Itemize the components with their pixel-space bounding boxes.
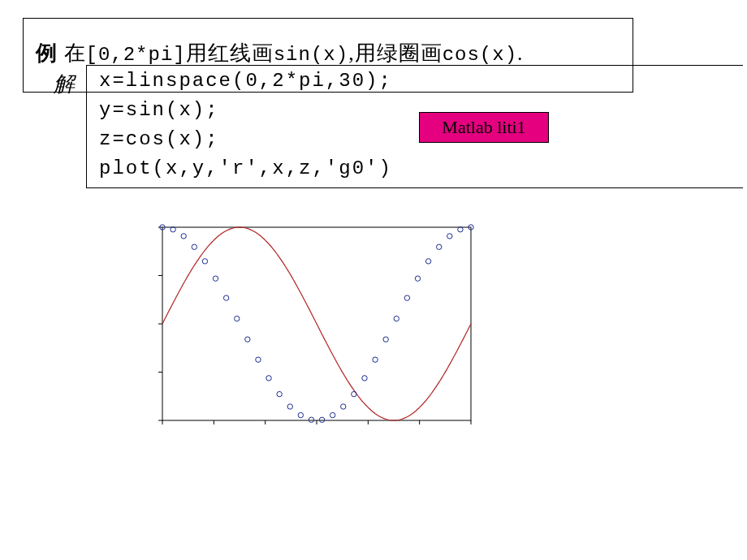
matlab-badge: Matlab liti1 <box>419 112 549 143</box>
example-pre: 在 <box>58 41 86 65</box>
example-range: [0,2*pi] <box>86 44 186 66</box>
example-fn1: sin(x) <box>274 44 348 66</box>
example-text: 例 在[0,2*pi]用红线画sin(x),用绿圈画cos(x). <box>36 39 524 67</box>
example-label: 例 <box>36 41 58 65</box>
code-line-1: x=linspace(0,2*pi,30); <box>99 70 392 92</box>
code-line-4: plot(x,y,'r',x,z,'g0') <box>99 157 392 179</box>
example-end: . <box>517 41 524 65</box>
answer-label: 解 <box>54 70 75 98</box>
example-fn2: cos(x) <box>443 44 517 66</box>
example-mid2: ,用绿圈画 <box>348 41 443 65</box>
code-line-3: z=cos(x); <box>99 128 219 150</box>
plot-area <box>140 222 476 435</box>
code-line-2: y=sin(x); <box>99 99 219 121</box>
example-mid1: 用红线画 <box>186 41 274 65</box>
